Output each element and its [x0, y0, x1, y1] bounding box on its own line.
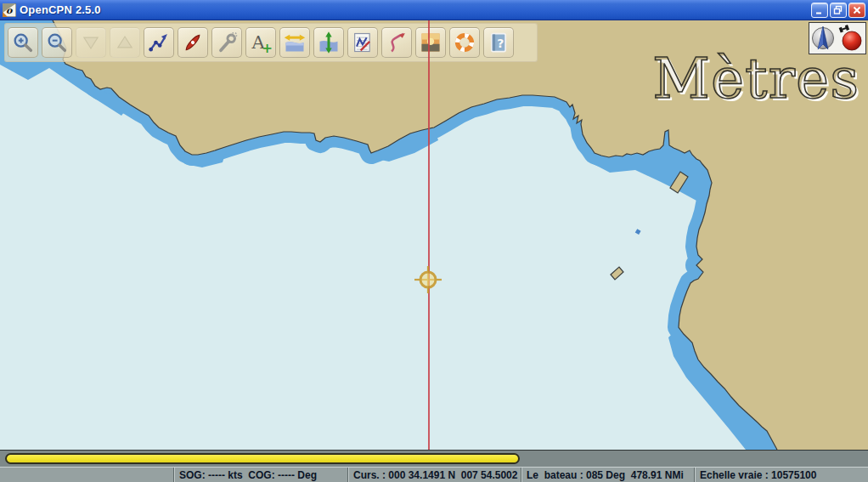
minimize-button[interactable] — [811, 3, 828, 18]
minimize-icon — [814, 5, 825, 15]
status-true-scale: Echelle vraie : 10575100 — [694, 468, 868, 482]
restore-button[interactable] — [830, 3, 847, 18]
route-manager-icon — [351, 31, 375, 54]
status-bar: SOG: ----- kts COG: ----- Deg Curs. : 00… — [0, 467, 868, 482]
main-toolbar: A + — [4, 23, 538, 62]
svg-text:o: o — [6, 5, 13, 16]
status-bearing-to-boat: Le bateau : 085 Deg 478.91 NMi — [521, 468, 694, 482]
chart-center-target-icon — [413, 264, 443, 295]
sunset-icon — [419, 31, 442, 54]
window-title: OpenCPN 2.5.0 — [20, 3, 101, 16]
zoom-out-icon — [45, 31, 69, 54]
help-book-icon: ? — [487, 31, 510, 54]
auto-follow-button[interactable] — [178, 27, 208, 58]
opencpn-logo-icon: o — [3, 3, 16, 17]
options-button[interactable] — [211, 27, 242, 58]
tides-button[interactable] — [313, 27, 344, 58]
chart-area[interactable]: Mètres — [0, 20, 868, 450]
zoom-out-button[interactable] — [42, 27, 72, 58]
scale-out-icon — [79, 31, 103, 54]
create-route-button[interactable] — [144, 27, 174, 58]
chart-selector-bar — [0, 450, 868, 467]
restore-icon — [833, 5, 843, 15]
status-sog-cog: SOG: ----- kts COG: ----- Deg — [173, 468, 347, 482]
boat-icon — [181, 31, 205, 54]
text-a-plus-icon: A + — [249, 31, 273, 54]
track-button[interactable] — [381, 27, 412, 58]
gps-status-red-ball-icon — [843, 31, 861, 50]
close-icon — [852, 5, 862, 15]
svg-text:+: + — [262, 41, 273, 54]
close-button[interactable] — [848, 3, 865, 18]
compass-gps-icons — [809, 23, 865, 54]
svg-text:?: ? — [497, 37, 504, 50]
help-button[interactable]: ? — [483, 27, 514, 58]
zoom-in-icon — [11, 31, 35, 54]
color-scheme-button[interactable] — [415, 27, 446, 58]
scale-chart-out-button — [76, 27, 106, 58]
wrench-icon — [215, 31, 239, 54]
zoom-in-button[interactable] — [8, 27, 38, 58]
scale-chart-in-button — [110, 27, 140, 58]
route-icon — [147, 31, 171, 54]
compass-rose-icon — [813, 26, 834, 49]
opencpn-window: o OpenCPN 2.5.0 — [0, 0, 868, 482]
status-cursor-position: Curs. : 000 34.1491 N 007 54.5002 E — [347, 468, 521, 482]
scale-in-icon — [113, 31, 137, 54]
route-manager-button[interactable] — [347, 27, 378, 58]
currents-icon — [283, 31, 307, 54]
route-leg-line — [428, 20, 430, 450]
track-icon — [385, 31, 409, 54]
depth-units-watermark: Mètres — [652, 46, 860, 111]
chart-key-button[interactable] — [5, 453, 520, 464]
tides-icon — [317, 31, 341, 54]
satellite-icon — [839, 25, 849, 32]
opencpn-app-icon[interactable]: o — [3, 3, 16, 17]
title-bar: o OpenCPN 2.5.0 — [0, 0, 868, 20]
currents-button[interactable] — [279, 27, 310, 58]
status-blank-field — [0, 468, 173, 482]
enc-text-button[interactable]: A + — [245, 27, 276, 58]
man-overboard-button[interactable] — [449, 27, 480, 58]
life-ring-icon — [453, 31, 476, 54]
compass-gps-panel — [809, 22, 866, 54]
